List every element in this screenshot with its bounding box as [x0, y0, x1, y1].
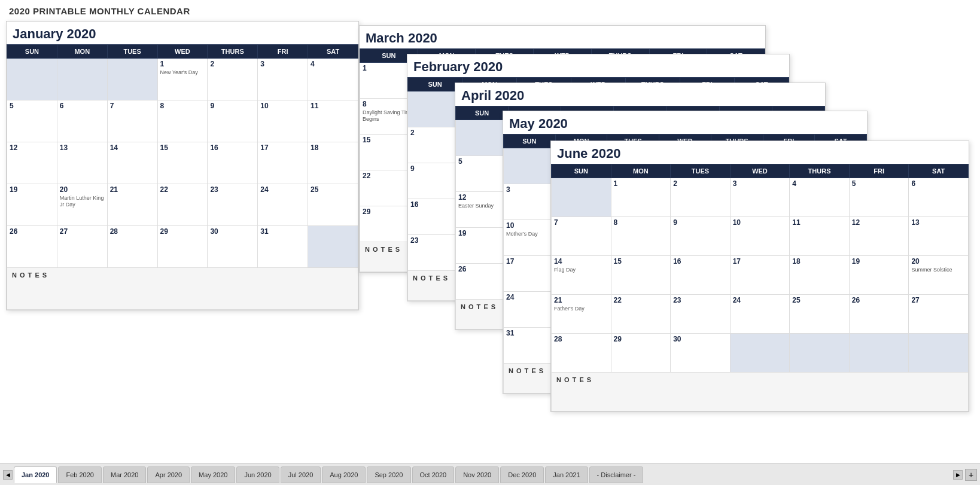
tab-may-2020[interactable]: May 2020 [191, 466, 235, 483]
tab---disclaimer--[interactable]: - Disclaimer - [589, 466, 644, 483]
table-row [730, 334, 790, 373]
jun-header-thurs: THURS [790, 164, 850, 178]
tab-scroll-right[interactable]: ▶ [953, 470, 963, 480]
tab-jan-2020[interactable]: Jan 2020 [14, 466, 57, 483]
april-title: April 2020 [455, 83, 825, 106]
page-title: 2020 PRINTABLE MONTHLY CALENDAR [9, 6, 971, 16]
january-title: January 2020 [7, 22, 358, 44]
jan-header-thurs: THURS [208, 45, 258, 59]
table-row: 16 [208, 142, 258, 184]
march-title: March 2020 [360, 26, 765, 48]
table-row: 4 [308, 59, 358, 100]
table-row: 12 [7, 142, 57, 184]
table-row: 29 [611, 334, 671, 373]
tab-bar: ◀ Jan 2020Feb 2020Mar 2020Apr 2020May 20… [0, 463, 980, 485]
february-title: February 2020 [407, 54, 789, 77]
tab-apr-2020[interactable]: Apr 2020 [147, 466, 190, 483]
jan-header-sat: SAT [308, 45, 358, 59]
tab-mar-2020[interactable]: Mar 2020 [103, 466, 146, 483]
main-container: 2020 PRINTABLE MONTHLY CALENDAR January … [0, 0, 980, 463]
table-row [849, 334, 909, 373]
table-row [552, 178, 611, 217]
tab-aug-2020[interactable]: Aug 2020 [322, 466, 366, 483]
table-row: 28 [552, 334, 611, 373]
table-row: 26 [849, 295, 909, 334]
table-row: 6 [57, 100, 107, 142]
jun-header-fri: FRI [849, 164, 909, 178]
jan-header-fri: FRI [258, 45, 308, 59]
table-row: 3 [730, 178, 790, 217]
tab-jan-2021[interactable]: Jan 2021 [545, 466, 588, 483]
table-row: 2 [208, 59, 258, 100]
table-row: 25 [790, 295, 850, 334]
tab-jul-2020[interactable]: Jul 2020 [281, 466, 321, 483]
table-row: 24 [258, 184, 308, 226]
table-row: 25 [308, 184, 358, 226]
table-row: 11 [308, 100, 358, 142]
table-row: 9 [671, 217, 731, 256]
table-row: 22 [157, 184, 208, 226]
june-title: June 2020 [551, 141, 969, 164]
table-row: 24 [730, 295, 790, 334]
table-row: 18 [308, 142, 358, 184]
table-row: 7 [107, 100, 157, 142]
table-row: 28 [107, 226, 157, 268]
table-row [107, 59, 157, 100]
table-row: 17 [730, 256, 790, 295]
jun-header-wed: WED [730, 164, 790, 178]
june-calendar: June 2020 SUN MON TUES WED THURS FRI SAT… [550, 141, 969, 412]
tab-jun-2020[interactable]: Jun 2020 [236, 466, 279, 483]
tab-sep-2020[interactable]: Sep 2020 [367, 466, 410, 483]
jun-header-tues: TUES [671, 164, 731, 178]
table-row: 8 [157, 100, 208, 142]
table-row: 23 [208, 184, 258, 226]
june-grid: SUN MON TUES WED THURS FRI SAT 123456789… [551, 164, 969, 411]
table-row: 8 [611, 217, 671, 256]
table-row: 14 [107, 142, 157, 184]
table-row [57, 59, 107, 100]
table-row: 5 [849, 178, 909, 217]
table-row: 13 [909, 217, 969, 256]
table-row: 17 [258, 142, 308, 184]
table-row [7, 59, 57, 100]
table-row: 1 [611, 178, 671, 217]
table-row: 5 [7, 100, 57, 142]
table-row: 22 [611, 295, 671, 334]
table-row: 10 [730, 217, 790, 256]
table-row [308, 226, 358, 268]
tab-add-button[interactable]: + [965, 469, 977, 481]
table-row: 15 [611, 256, 671, 295]
tab-feb-2020[interactable]: Feb 2020 [58, 466, 101, 483]
jun-notes: N O T E S [552, 373, 969, 411]
table-row [790, 334, 850, 373]
table-row: 19 [849, 256, 909, 295]
tab-oct-2020[interactable]: Oct 2020 [412, 466, 455, 483]
table-row: 14Flag Day [552, 256, 611, 295]
table-row: 18 [790, 256, 850, 295]
jan-notes: N O T E S [7, 268, 358, 310]
table-row: 9 [208, 100, 258, 142]
table-row: 19 [7, 184, 57, 226]
tab-dec-2020[interactable]: Dec 2020 [500, 466, 544, 483]
table-row: 10 [258, 100, 308, 142]
table-row: 21Father's Day [552, 295, 611, 334]
table-row: 29 [157, 226, 208, 268]
table-row: 2 [671, 178, 731, 217]
tab-scroll-left[interactable]: ◀ [3, 470, 13, 480]
table-row: 1New Year's Day [157, 59, 208, 100]
jun-header-mon: MON [611, 164, 671, 178]
table-row: 30 [208, 226, 258, 268]
table-row: 23 [671, 295, 731, 334]
jan-header-tues: TUES [107, 45, 157, 59]
table-row: 13 [57, 142, 107, 184]
table-row: 30 [671, 334, 731, 373]
jun-header-sun: SUN [552, 164, 611, 178]
tab-nov-2020[interactable]: Nov 2020 [455, 466, 499, 483]
table-row: 27 [909, 295, 969, 334]
table-row: 20Summer Solstice [909, 256, 969, 295]
table-row: 11 [790, 217, 850, 256]
table-row: 4 [790, 178, 850, 217]
may-title: May 2020 [503, 111, 867, 134]
jan-header-mon: MON [57, 45, 107, 59]
january-calendar: January 2020 SUN MON TUES WED THURS FRI … [6, 21, 359, 310]
